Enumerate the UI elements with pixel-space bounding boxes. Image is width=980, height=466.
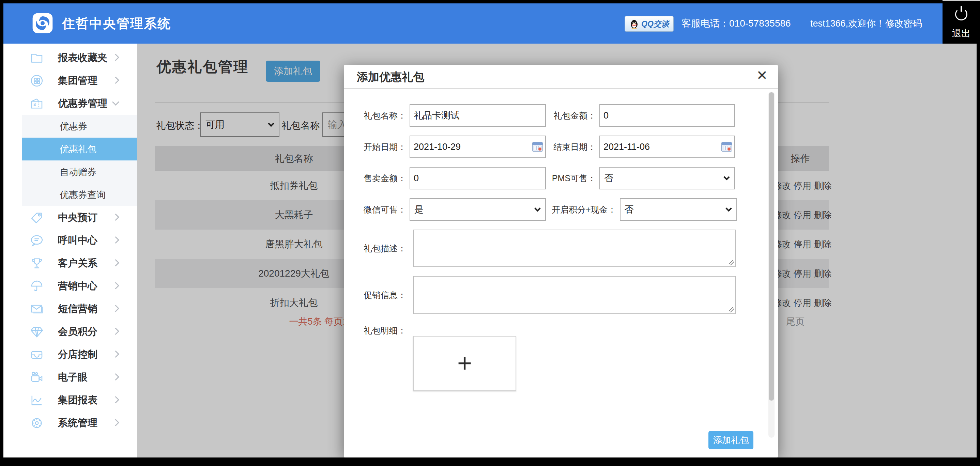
sale-amount-label: 售卖金额： [362, 173, 406, 184]
change-password-link[interactable]: 修改密码 [885, 3, 922, 44]
end-date-label: 结束日期： [552, 142, 596, 153]
add-package-button[interactable]: 添加礼包 [266, 60, 320, 82]
pms-sellable-select[interactable]: 否 [600, 167, 735, 189]
package-detail-label: 礼包明细： [362, 325, 406, 336]
umbrella-icon [30, 279, 44, 293]
folder-icon [30, 51, 44, 65]
page-title: 优惠礼包管理 [157, 57, 249, 76]
submenu-item-coupon[interactable]: 优惠券 [22, 115, 137, 138]
brand-logo-icon [31, 12, 54, 34]
service-phone: 客服电话：010-57835586 [681, 3, 791, 44]
modal-submit-button[interactable]: 添加礼包 [708, 431, 753, 449]
pagination-last-page-link[interactable]: 尾页 [786, 315, 805, 329]
sidebar-item-group-reports[interactable]: 集团报表 [3, 389, 137, 412]
submenu-item-auto-coupon[interactable]: 自动赠券 [22, 161, 137, 183]
chevron-right-icon [112, 373, 119, 380]
chat-bubble-icon [30, 234, 44, 247]
tag-icon [30, 211, 44, 224]
chevron-right-icon [112, 236, 119, 243]
sidebar-item-branch-control[interactable]: 分店控制 [3, 343, 137, 366]
wechat-sellable-label: 微信可售： [362, 204, 406, 215]
points-plus-cash-select[interactable]: 否 [620, 198, 737, 221]
coupon-icon: ¥ [30, 97, 44, 110]
scrollbar-thumb[interactable] [769, 92, 774, 401]
submenu-item-coupon-query[interactable]: 优惠券查询 [22, 183, 137, 206]
delete-link[interactable]: 删除 [814, 298, 832, 308]
disable-link[interactable]: 停用 [794, 210, 811, 220]
disable-link[interactable]: 停用 [794, 239, 811, 249]
qq-penguin-icon [629, 19, 639, 29]
sidebar-item-marketing-center[interactable]: 营销中心 [3, 275, 137, 297]
delete-link[interactable]: 删除 [814, 239, 832, 249]
sidebar-item-central-booking[interactable]: 中央预订 [3, 206, 137, 229]
wechat-sellable-select[interactable]: 是 [410, 198, 546, 221]
promo-info-textarea[interactable] [414, 277, 735, 313]
chevron-right-icon [112, 259, 119, 266]
calendar-icon[interactable] [721, 142, 732, 151]
sidebar-item-coupon-management[interactable]: ¥ 优惠券管理 [3, 92, 137, 115]
column-header-operations: 操作 [772, 146, 829, 171]
package-amount-label: 礼包金额： [552, 110, 596, 121]
sidebar-item-group-management[interactable]: 集团管理 [3, 69, 137, 92]
diamond-icon [30, 325, 44, 339]
svg-text:¥: ¥ [33, 102, 37, 107]
modal-title-bar: 添加优惠礼包 ✕ [344, 65, 778, 89]
gear-icon [30, 416, 44, 430]
top-header: 住哲中央管理系统 QQ交谈 客服电话：010-57835586 test1366… [3, 3, 977, 44]
chevron-right-icon [112, 305, 119, 312]
chevron-right-icon [112, 213, 119, 220]
sidebar-item-electronic-eye[interactable]: 电子眼 [3, 366, 137, 389]
sidebar-nav: 报表收藏夹 集团管理 ¥ 优惠券管理 [3, 44, 137, 458]
calendar-icon[interactable] [532, 142, 543, 151]
package-name-input[interactable] [410, 104, 546, 127]
qq-chat-button[interactable]: QQ交谈 [625, 16, 674, 32]
disable-link[interactable]: 停用 [794, 181, 811, 191]
add-package-modal: 添加优惠礼包 ✕ 礼包名称： 礼包金额： 开始日期： 结束日期： [344, 65, 778, 458]
logout-button[interactable]: 退出 [942, 0, 980, 44]
delete-link[interactable]: 删除 [814, 269, 832, 278]
group-grid-icon [30, 74, 44, 87]
sidebar-item-call-center[interactable]: 呼叫中心 [3, 229, 137, 252]
pms-sellable-label: PMS可售： [552, 173, 596, 184]
trophy-icon [30, 256, 44, 270]
submenu-item-gift-package[interactable]: 优惠礼包 [22, 138, 137, 161]
promo-info-label: 促销信息： [362, 289, 406, 301]
app-title: 住哲中央管理系统 [62, 3, 171, 44]
sale-amount-input[interactable] [410, 167, 546, 189]
welcome-text: test1366,欢迎你！ [810, 3, 885, 44]
chevron-right-icon [112, 419, 119, 426]
end-date-input[interactable] [600, 135, 735, 158]
select-arrow-icon [534, 205, 541, 212]
sidebar-item-sms-marketing[interactable]: 短信营销 [3, 297, 137, 320]
line-chart-icon [30, 393, 44, 407]
delete-link[interactable]: 删除 [814, 210, 832, 220]
sidebar-item-customer-relations[interactable]: 客户关系 [3, 252, 137, 275]
mail-icon [30, 302, 44, 316]
start-date-input[interactable] [410, 135, 546, 158]
close-icon[interactable]: ✕ [756, 68, 768, 82]
chevron-right-icon [112, 396, 119, 403]
select-arrow-icon [725, 205, 732, 212]
sidebar-item-member-points[interactable]: 会员积分 [3, 320, 137, 343]
package-amount-input[interactable] [600, 104, 735, 127]
chevron-right-icon [112, 328, 119, 334]
modal-scrollbar[interactable] [768, 92, 775, 438]
delete-link[interactable]: 删除 [814, 181, 832, 191]
select-arrow-icon [724, 174, 730, 180]
package-name-filter-label: 礼包名称： [282, 119, 329, 132]
package-description-textarea[interactable] [414, 230, 735, 266]
sidebar-item-system-management[interactable]: 系统管理 [3, 412, 137, 434]
chevron-right-icon [112, 282, 119, 289]
points-plus-cash-label: 开启积分+现金： [552, 204, 616, 215]
sidebar-item-report-favorites[interactable]: 报表收藏夹 [3, 46, 137, 69]
power-icon [955, 8, 967, 21]
disable-link[interactable]: 停用 [794, 298, 811, 308]
qq-chat-label: QQ交谈 [641, 19, 669, 29]
modal-title: 添加优惠礼包 [357, 65, 424, 89]
resize-grip-icon[interactable] [729, 307, 734, 312]
disable-link[interactable]: 停用 [794, 269, 811, 278]
add-detail-tile[interactable]: + [413, 336, 516, 391]
drawer-icon [30, 348, 44, 361]
resize-grip-icon[interactable] [729, 260, 734, 266]
package-status-select[interactable]: 可用 [200, 113, 279, 137]
